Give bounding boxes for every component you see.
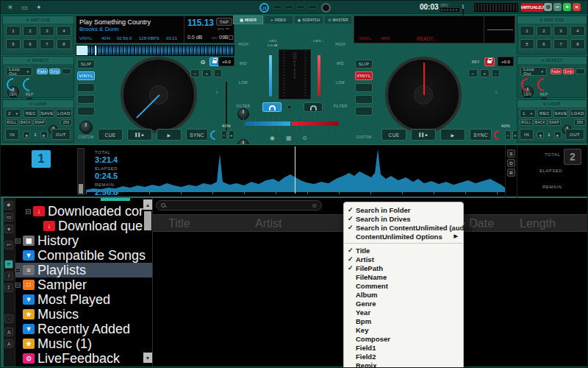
effect-select-dropdown[interactable]: Loop Out▼ bbox=[520, 67, 547, 76]
deck2-headphone-cue-button[interactable] bbox=[304, 102, 323, 112]
deck2-zoom-out-button[interactable]: − bbox=[505, 130, 511, 140]
deck1-pause-button[interactable]: ▌▌■ bbox=[127, 129, 152, 141]
loop-load-button[interactable]: LOAD bbox=[56, 109, 72, 118]
sidebar-item-music-1[interactable]: ★ Music (1) bbox=[15, 336, 152, 351]
deck2-sync-button[interactable]: SYNC bbox=[470, 129, 492, 141]
fade-button[interactable]: Fade bbox=[551, 68, 562, 74]
deck2-vinyl-button[interactable]: VINYL bbox=[355, 71, 373, 80]
menu-item-title[interactable]: ✓Title bbox=[344, 246, 463, 255]
favorites-star-icon[interactable]: ✱ bbox=[4, 201, 13, 210]
sidebar-item-playlists[interactable]: – ≡ Playlists bbox=[15, 263, 152, 277]
menu-item-genre[interactable]: Genre bbox=[344, 299, 463, 308]
hotcue-2-button[interactable]: 2 bbox=[537, 26, 551, 36]
song-waveform[interactable] bbox=[86, 146, 505, 194]
menu-item-year[interactable]: Year bbox=[344, 308, 463, 316]
hotcue-8-button[interactable]: 8 bbox=[570, 39, 585, 49]
bpm-nudge-arrows[interactable]: ◂ ▸ bbox=[226, 26, 229, 30]
maximize-button[interactable]: + bbox=[563, 3, 571, 11]
tab-mixer[interactable]: ▣MIXER bbox=[233, 15, 263, 24]
sidebar-item-downloaded-content[interactable]: – ↓ Downloaded cor bbox=[15, 204, 152, 219]
loop-size-dropdown[interactable]: 1▼ bbox=[520, 109, 536, 118]
loop-back-button[interactable]: BACK bbox=[534, 119, 547, 126]
fade-button[interactable]: Fade bbox=[37, 68, 48, 74]
menu-item-comment[interactable]: Comment bbox=[344, 281, 463, 290]
deck2-pad-button[interactable] bbox=[355, 95, 373, 104]
effect-slot-button[interactable] bbox=[62, 68, 71, 74]
deck1-vinyl-button[interactable]: VINYL bbox=[77, 71, 95, 80]
record-icon[interactable]: ◉ bbox=[270, 135, 275, 141]
scratch-wave-button[interactable]: S bbox=[507, 149, 515, 158]
deck1-sync-button[interactable]: SYNC bbox=[186, 129, 208, 141]
loop-roll-button[interactable]: ROLL bbox=[520, 119, 533, 126]
cue-mix-dot[interactable] bbox=[287, 105, 291, 109]
font-smaller-icon[interactable]: A bbox=[4, 328, 13, 336]
hotcue-3-button[interactable]: 3 bbox=[40, 26, 54, 36]
column-header-artist[interactable]: Artist bbox=[255, 215, 282, 233]
deck1-custom-knob[interactable] bbox=[79, 121, 93, 134]
sidebar-item-musics[interactable]: ★ Musics bbox=[15, 307, 152, 322]
hotcue-1-button[interactable]: 1 bbox=[520, 26, 534, 36]
hotcue-3-button[interactable]: 3 bbox=[553, 26, 568, 36]
deck1-pad-button[interactable] bbox=[77, 83, 95, 92]
loop-beats-button[interactable]: 256 bbox=[574, 119, 586, 126]
deck1-key-plus-button[interactable]: + bbox=[202, 69, 212, 77]
menu-item-bpm[interactable]: Bpm bbox=[344, 316, 463, 325]
collapse-expander[interactable]: – bbox=[15, 268, 21, 273]
waveform-zoom-scrollbar[interactable] bbox=[77, 148, 85, 195]
scrollbar-handle[interactable] bbox=[79, 184, 83, 194]
collapse-expander[interactable]: – bbox=[26, 209, 31, 214]
tab-video[interactable]: ▹VIDEO bbox=[264, 15, 293, 24]
deck2-jog-wheel[interactable] bbox=[385, 57, 462, 133]
strip-button[interactable]: Strip bbox=[563, 68, 574, 74]
deck1-key-reset-button[interactable]: - bbox=[214, 69, 222, 77]
hotcue-6-button[interactable]: 6 bbox=[23, 39, 37, 49]
dual-wave-button[interactable]: D bbox=[507, 159, 515, 167]
deck1-slip-button[interactable]: SLIP bbox=[77, 60, 95, 68]
hotcue-8-button[interactable]: 8 bbox=[57, 39, 71, 49]
volume-knob[interactable] bbox=[462, 2, 464, 16]
mic-settings-icon[interactable]: ⊙ bbox=[302, 135, 307, 141]
menu-item-field2[interactable]: Field2 bbox=[344, 352, 463, 361]
loop-double-button[interactable]: ▸ bbox=[554, 131, 562, 138]
move-up-icon[interactable]: ↥ bbox=[4, 283, 13, 292]
sidebar-scroll-up-button[interactable]: ▲ bbox=[143, 199, 152, 210]
window-icon[interactable]: ▭ bbox=[21, 4, 28, 11]
deck1-headphone-cue-button[interactable] bbox=[262, 102, 282, 112]
deck1-zoom-in-button[interactable]: + bbox=[229, 130, 234, 140]
effect-select-dropdown[interactable]: Loop Out▼ bbox=[6, 67, 32, 76]
loop-rec-button[interactable]: REC bbox=[537, 109, 552, 118]
split-icon[interactable]: ⫽ bbox=[4, 272, 13, 280]
deck2-key-reset-button[interactable]: - bbox=[492, 69, 500, 77]
menu-item-contentunlimited-options[interactable]: ContentUnlimited Options▶ bbox=[344, 232, 463, 241]
loop-in-button[interactable]: IN bbox=[520, 129, 534, 140]
menu-item-album[interactable]: Album bbox=[344, 290, 463, 299]
sidebar-item-most-played[interactable]: ▼ Most Played bbox=[15, 292, 152, 307]
sampler-grid-icon[interactable]: ▦ bbox=[286, 135, 292, 141]
hotcue-6-button[interactable]: 6 bbox=[537, 39, 551, 49]
deck1-cue-button[interactable]: CUE bbox=[98, 129, 123, 141]
loop-double-button[interactable]: ▸ bbox=[40, 131, 48, 138]
deck2-pad-button[interactable] bbox=[355, 107, 373, 116]
hotcue-1-button[interactable]: 1 bbox=[6, 26, 21, 36]
tap-button[interactable]: TAP bbox=[216, 18, 232, 26]
sidebar-item-sampler[interactable]: – ∷ Sampler bbox=[15, 277, 152, 292]
filter-icon[interactable]: ▼ bbox=[4, 224, 13, 233]
sidebar-item-livefeedback[interactable]: ⊙ LiveFeedback bbox=[15, 351, 152, 366]
loop-half-button[interactable]: ◂ bbox=[23, 131, 30, 138]
record-loop-icon[interactable] bbox=[321, 3, 331, 13]
sidebar-scrollbar-handle[interactable] bbox=[144, 211, 151, 230]
tab-master[interactable]: ⊙MASTER bbox=[324, 15, 352, 24]
pad-slot-icon[interactable] bbox=[308, 5, 317, 9]
deck1-key-minus-button[interactable]: − bbox=[190, 69, 200, 77]
deck1-number-badge[interactable]: 1 bbox=[32, 150, 51, 168]
deck2-slip-button[interactable]: SLIP bbox=[355, 60, 373, 68]
back-icon[interactable]: ↩ bbox=[4, 241, 13, 250]
menu-item-search-in-drives[interactable]: ✓Search in Drives bbox=[344, 214, 463, 223]
loop-half-button[interactable]: ◂ bbox=[537, 131, 544, 138]
loop-rec-button[interactable]: REC bbox=[24, 109, 38, 118]
loop-save-button[interactable]: SAVE bbox=[553, 109, 568, 118]
sidebar-item-compatible-songs[interactable]: ▼ Compatible Songs bbox=[15, 248, 152, 263]
menu-item-search-in-folder[interactable]: ✓Search in Folder bbox=[344, 205, 463, 214]
sidebar-item-download-queue[interactable]: ↓ Download que bbox=[15, 219, 152, 233]
pointer-icon[interactable]: ✳ bbox=[7, 4, 13, 11]
